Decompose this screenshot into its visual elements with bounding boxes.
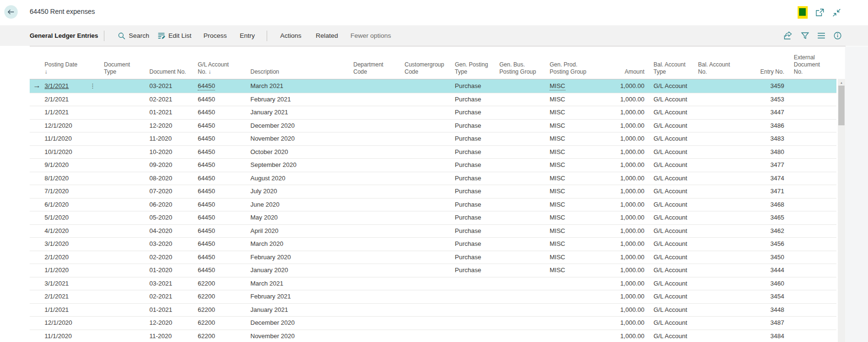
cell-document_no[interactable]: 12-2020: [148, 119, 196, 132]
cell-gen_posting_type[interactable]: Purchase: [453, 79, 498, 93]
cell-document_no[interactable]: 11-2020: [148, 330, 196, 342]
cell-document_type[interactable]: [102, 79, 148, 93]
cell-description[interactable]: December 2020: [249, 317, 352, 330]
cell-gl_account_no[interactable]: 64450: [196, 106, 249, 120]
entry-menu[interactable]: Entry: [240, 32, 255, 39]
cell-gl_account_no[interactable]: 64450: [196, 264, 249, 277]
cell-gen_posting_type[interactable]: Purchase: [453, 224, 498, 238]
cell-department_code[interactable]: [352, 277, 403, 290]
cell-posting_date[interactable]: 3/1/2021: [43, 277, 102, 290]
cell-gen_bus_posting_group[interactable]: [498, 224, 548, 238]
cell-gen_bus_posting_group[interactable]: [498, 93, 548, 106]
cell-customergroup_code[interactable]: [403, 303, 453, 317]
cell-document_type[interactable]: [102, 159, 148, 172]
cell-department_code[interactable]: [352, 330, 403, 342]
cell-entry_no[interactable]: 3480: [733, 145, 786, 159]
cell-department_code[interactable]: [352, 251, 403, 264]
cell-bal_account_type[interactable]: G/L Account: [652, 79, 697, 93]
cell-entry_no[interactable]: 3456: [733, 238, 786, 251]
column-header-gl_account_no[interactable]: G/L AccountNo. ↓: [196, 46, 249, 79]
cell-gen_posting_type[interactable]: Purchase: [453, 172, 498, 185]
share-icon[interactable]: [784, 32, 793, 40]
cell-bal_account_type[interactable]: G/L Account: [652, 106, 697, 120]
cell-customergroup_code[interactable]: [403, 277, 453, 290]
cell-posting_date[interactable]: 8/1/2020: [43, 172, 102, 185]
cell-gen_posting_type[interactable]: Purchase: [453, 119, 498, 132]
cell-gen_prod_posting_group[interactable]: [548, 290, 600, 304]
column-header-entry_no[interactable]: Entry No.: [733, 46, 786, 79]
cell-gen_posting_type[interactable]: Purchase: [453, 238, 498, 251]
cell-gl_account_no[interactable]: 62200: [196, 277, 249, 290]
cell-entry_no[interactable]: 3484: [733, 330, 786, 342]
cell-document_no[interactable]: 08-2020: [148, 172, 196, 185]
cell-gen_prod_posting_group[interactable]: [548, 330, 600, 342]
cell-document_no[interactable]: 02-2021: [148, 290, 196, 304]
cell-gen_prod_posting_group[interactable]: [548, 303, 600, 317]
cell-department_code[interactable]: [352, 317, 403, 330]
cell-gen_bus_posting_group[interactable]: [498, 198, 548, 211]
cell-posting_date[interactable]: 7/1/2020: [43, 185, 102, 199]
cell-bal_account_type[interactable]: G/L Account: [652, 290, 697, 304]
cell-description[interactable]: March 2020: [249, 238, 352, 251]
cell-posting_date[interactable]: 1/1/2021: [43, 303, 102, 317]
column-header-document_no[interactable]: Document No.: [148, 46, 196, 79]
cell-gl_account_no[interactable]: 64450: [196, 132, 249, 146]
cell-document_type[interactable]: [102, 264, 148, 277]
column-header-gen_prod_posting_group[interactable]: Gen. Prod.Posting Group: [548, 46, 600, 79]
cell-amount[interactable]: 1,000.00: [600, 132, 646, 146]
cell-department_code[interactable]: [352, 185, 403, 199]
cell-entry_no[interactable]: 3486: [733, 119, 786, 132]
scrollbar-thumb[interactable]: [838, 86, 845, 125]
cell-department_code[interactable]: [352, 238, 403, 251]
cell-document_type[interactable]: [102, 145, 148, 159]
cell-customergroup_code[interactable]: [403, 290, 453, 304]
scrollbar-up-arrow[interactable]: ▲: [838, 81, 845, 85]
cell-customergroup_code[interactable]: [403, 185, 453, 199]
cell-amount[interactable]: 1,000.00: [600, 251, 646, 264]
column-header-gen_bus_posting_group[interactable]: Gen. Bus.Posting Group: [498, 46, 548, 79]
cell-amount[interactable]: 1,000.00: [600, 238, 646, 251]
cell-customergroup_code[interactable]: [403, 132, 453, 146]
row-menu-icon[interactable]: ⋮: [90, 80, 96, 93]
cell-description[interactable]: January 2021: [249, 303, 352, 317]
cell-bal_account_type[interactable]: G/L Account: [652, 185, 697, 199]
cell-document_no[interactable]: 02-2021: [148, 93, 196, 106]
cell-gen_posting_type[interactable]: Purchase: [453, 93, 498, 106]
cell-document_type[interactable]: [102, 251, 148, 264]
cell-description[interactable]: January 2021: [249, 106, 352, 120]
cell-posting_date[interactable]: 3/1/2021⋮: [43, 79, 102, 93]
cell-document_type[interactable]: [102, 185, 148, 199]
cell-department_code[interactable]: [352, 198, 403, 211]
cell-department_code[interactable]: [352, 119, 403, 132]
cell-gen_prod_posting_group[interactable]: MISC: [548, 224, 600, 238]
cell-gen_bus_posting_group[interactable]: [498, 119, 548, 132]
cell-bal_account_no[interactable]: [697, 172, 733, 185]
column-header-external_document_no[interactable]: ExternalDocumentNo.: [786, 46, 836, 79]
cell-department_code[interactable]: [352, 224, 403, 238]
cell-posting_date[interactable]: 11/1/2020: [43, 132, 102, 146]
cell-gen_bus_posting_group[interactable]: [498, 251, 548, 264]
cell-gen_bus_posting_group[interactable]: [498, 290, 548, 304]
cell-amount[interactable]: 1,000.00: [600, 303, 646, 317]
posting-date-link[interactable]: 3/1/2021: [45, 82, 69, 89]
cell-posting_date[interactable]: 4/1/2020: [43, 224, 102, 238]
cell-customergroup_code[interactable]: [403, 264, 453, 277]
cell-entry_no[interactable]: 3444: [733, 264, 786, 277]
cell-gen_bus_posting_group[interactable]: [498, 79, 548, 93]
cell-department_code[interactable]: [352, 211, 403, 225]
cell-posting_date[interactable]: 2/1/2021: [43, 290, 102, 304]
cell-gen_prod_posting_group[interactable]: MISC: [548, 251, 600, 264]
cell-gen_posting_type[interactable]: Purchase: [453, 106, 498, 120]
cell-posting_date[interactable]: 2/1/2020: [43, 251, 102, 264]
column-header-bal_account_no[interactable]: Bal. AccountNo.: [697, 46, 733, 79]
cell-gen_bus_posting_group[interactable]: [498, 132, 548, 146]
cell-entry_no[interactable]: 3487: [733, 317, 786, 330]
cell-external_document_no[interactable]: [786, 106, 836, 120]
cell-bal_account_no[interactable]: [697, 251, 733, 264]
cell-entry_no[interactable]: 3447: [733, 106, 786, 120]
cell-bal_account_no[interactable]: [697, 185, 733, 199]
cell-entry_no[interactable]: 3460: [733, 277, 786, 290]
cell-gen_bus_posting_group[interactable]: [498, 303, 548, 317]
cell-gen_posting_type[interactable]: [453, 290, 498, 304]
cell-posting_date[interactable]: 5/1/2020: [43, 211, 102, 225]
